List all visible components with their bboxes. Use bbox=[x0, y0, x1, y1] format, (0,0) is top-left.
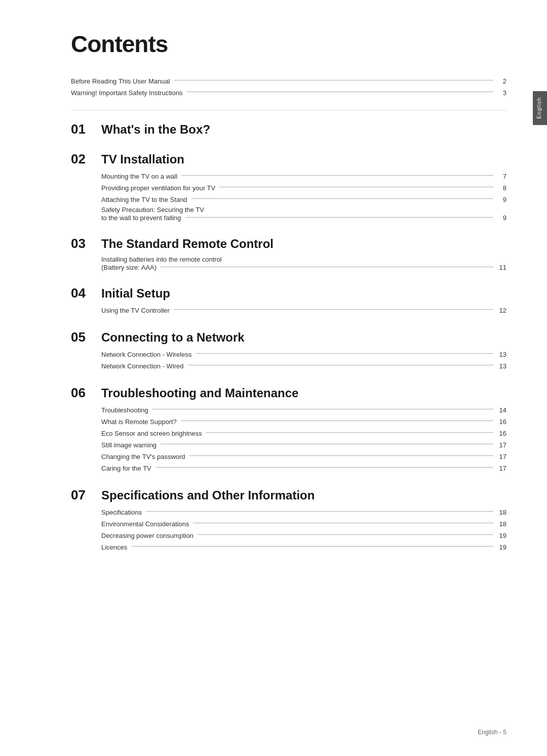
section-title: The Standard Remote Control bbox=[101, 237, 274, 251]
section-07: 07Specifications and Other InformationSp… bbox=[71, 487, 506, 552]
toc-item: Caring for the TV17 bbox=[101, 463, 506, 473]
section-title: Specifications and Other Information bbox=[101, 488, 315, 502]
toc-item: Providing proper ventilation for your TV… bbox=[101, 183, 506, 193]
toc-item-page: 19 bbox=[497, 543, 506, 551]
section-title: TV Installation bbox=[101, 152, 184, 166]
toc-item-dots bbox=[131, 546, 493, 547]
toc-item: Changing the TV's password17 bbox=[101, 451, 506, 461]
toc-item-dots bbox=[198, 534, 493, 535]
toc-item-dots bbox=[187, 92, 493, 92]
toc-item-dots bbox=[193, 523, 493, 523]
toc-item-text: Changing the TV's password bbox=[101, 453, 185, 460]
toc-item-page: 8 bbox=[497, 184, 506, 192]
toc-item-dots bbox=[174, 80, 493, 80]
toc-item-dots bbox=[181, 421, 493, 421]
toc-item-page: 3 bbox=[497, 89, 506, 97]
toc-item-text: Specifications bbox=[101, 509, 142, 516]
toc-item-text: Safety Precaution: Securing the TV bbox=[101, 206, 204, 214]
language-tab: English bbox=[533, 91, 547, 125]
toc-item: Installing batteries into the remote con… bbox=[101, 256, 506, 271]
section-number: 01 bbox=[71, 121, 101, 137]
toc-item-text: Decreasing power consumption bbox=[101, 532, 193, 539]
section-title: Initial Setup bbox=[101, 286, 170, 301]
section-03: 03The Standard Remote ControlInstalling … bbox=[71, 236, 506, 271]
toc-item-page: 19 bbox=[497, 532, 506, 539]
section-items: Specifications18Environmental Considerat… bbox=[71, 507, 506, 552]
section-items: Using the TV Controller12 bbox=[71, 305, 506, 315]
section-number: 02 bbox=[71, 151, 101, 167]
toc-item-text: Mounting the TV on a wall bbox=[101, 173, 177, 180]
toc-item: Network Connection - Wired13 bbox=[101, 361, 506, 371]
section-title: What's in the Box? bbox=[101, 122, 210, 137]
toc-item-text: Network Connection - Wired bbox=[101, 362, 184, 370]
toc-item-page: 9 bbox=[497, 196, 506, 203]
section-number: 05 bbox=[71, 329, 101, 345]
section-header: 06Troubleshooting and Maintenance bbox=[71, 385, 506, 401]
toc-item-page: 13 bbox=[497, 362, 506, 370]
toc-item-page: 16 bbox=[497, 418, 506, 426]
section-header: 05Connecting to a Network bbox=[71, 329, 506, 345]
section-header: 01What's in the Box? bbox=[71, 121, 506, 137]
toc-item-dots bbox=[206, 432, 493, 433]
toc-item: Troubleshooting14 bbox=[101, 405, 506, 415]
page-footer: English - 5 bbox=[478, 729, 506, 736]
toc-item: Attaching the TV to the Stand9 bbox=[101, 194, 506, 204]
intro-items: Before Reading This User Manual2Warning!… bbox=[71, 76, 506, 98]
section-number: 07 bbox=[71, 487, 101, 503]
toc-item-text: to the wall to prevent falling bbox=[101, 214, 181, 222]
section-06: 06Troubleshooting and MaintenanceTrouble… bbox=[71, 385, 506, 473]
toc-item-text: Environmental Considerations bbox=[101, 520, 189, 528]
toc-item-dots bbox=[181, 175, 493, 176]
toc-item-text: Troubleshooting bbox=[101, 406, 148, 414]
intro-item: Warning! Important Safety Instructions3 bbox=[71, 88, 506, 98]
section-05: 05Connecting to a NetworkNetwork Connect… bbox=[71, 329, 506, 371]
section-number: 04 bbox=[71, 285, 101, 301]
toc-item: Network Connection - Wireless13 bbox=[101, 349, 506, 359]
toc-item: Using the TV Controller12 bbox=[101, 305, 506, 315]
toc-item-page: 14 bbox=[497, 406, 506, 414]
toc-item-page: 11 bbox=[497, 264, 506, 271]
toc-item-dots bbox=[161, 267, 493, 267]
toc-item-dots bbox=[146, 511, 493, 512]
section-items: Installing batteries into the remote con… bbox=[71, 256, 506, 271]
toc-item: Licences19 bbox=[101, 542, 506, 552]
section-title: Troubleshooting and Maintenance bbox=[101, 386, 298, 400]
toc-item-page: 17 bbox=[497, 453, 506, 460]
toc-item-dots bbox=[185, 217, 493, 218]
section-items: Troubleshooting14What is Remote Support?… bbox=[71, 405, 506, 473]
toc-item-page: 12 bbox=[497, 307, 506, 314]
toc-item-page: 9 bbox=[497, 214, 506, 222]
section-number: 03 bbox=[71, 236, 101, 251]
section-header: 02TV Installation bbox=[71, 151, 506, 167]
toc-item-text: Licences bbox=[101, 543, 127, 551]
toc-item-dots bbox=[196, 353, 493, 354]
divider bbox=[71, 110, 506, 110]
toc-item-text: Providing proper ventilation for your TV bbox=[101, 184, 215, 192]
section-header: 03The Standard Remote Control bbox=[71, 236, 506, 251]
section-02: 02TV InstallationMounting the TV on a wa… bbox=[71, 151, 506, 222]
toc-item-dots bbox=[152, 409, 493, 409]
section-title: Connecting to a Network bbox=[101, 330, 245, 345]
toc-item: What is Remote Support?16 bbox=[101, 416, 506, 427]
toc-item-text: Attaching the TV to the Stand bbox=[101, 196, 187, 203]
toc-item-page: 13 bbox=[497, 351, 506, 358]
section-items: Network Connection - Wireless13Network C… bbox=[71, 349, 506, 371]
toc-item-text: Caring for the TV bbox=[101, 465, 151, 472]
toc-item-page: 18 bbox=[497, 509, 506, 516]
toc-item-text: Before Reading This User Manual bbox=[71, 77, 170, 85]
toc-item-text: Still image warning bbox=[101, 441, 157, 449]
toc-item-page: 18 bbox=[497, 520, 506, 528]
toc-item-text: Installing batteries into the remote con… bbox=[101, 256, 222, 263]
section-01: 01What's in the Box? bbox=[71, 121, 506, 137]
toc-item: Mounting the TV on a wall7 bbox=[101, 171, 506, 181]
toc-item-dots bbox=[189, 455, 493, 456]
toc-item-dots bbox=[174, 309, 493, 310]
toc-item: Environmental Considerations18 bbox=[101, 519, 506, 529]
toc-item-text: Eco Sensor and screen brightness bbox=[101, 430, 202, 437]
toc-item-dots bbox=[161, 444, 493, 444]
section-header: 04Initial Setup bbox=[71, 285, 506, 301]
sections-container: 01What's in the Box?02TV InstallationMou… bbox=[71, 121, 506, 552]
toc-item-text: Warning! Important Safety Instructions bbox=[71, 89, 183, 97]
toc-item-page: 2 bbox=[497, 77, 506, 85]
toc-item-page: 17 bbox=[497, 441, 506, 449]
